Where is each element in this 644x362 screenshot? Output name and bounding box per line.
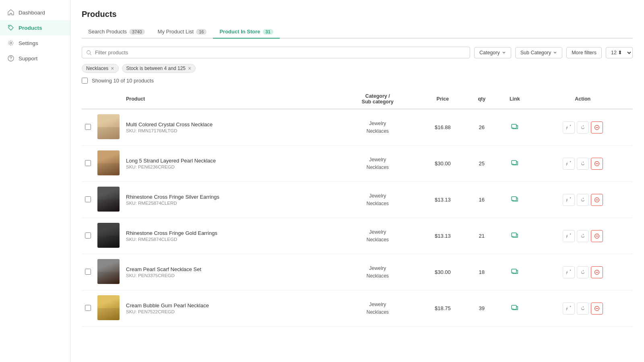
- action-reply-btn-3[interactable]: [563, 194, 575, 206]
- qty-value-3: 16: [479, 197, 485, 203]
- row-checkbox-1[interactable]: [85, 124, 91, 130]
- action-refresh-btn-2[interactable]: [577, 158, 589, 170]
- action-remove-btn-6[interactable]: [591, 302, 603, 315]
- select-all-checkbox[interactable]: [82, 78, 88, 84]
- col-qty: qty: [467, 89, 497, 109]
- filter-tag-close-necklaces[interactable]: ×: [111, 66, 114, 71]
- col-price: Price: [419, 89, 466, 109]
- action-refresh-btn-5[interactable]: [577, 266, 589, 278]
- link-icon-6[interactable]: [511, 306, 519, 313]
- action-remove-btn-1[interactable]: [591, 121, 603, 134]
- action-reply-btn-2[interactable]: [563, 158, 575, 170]
- action-buttons-1: [536, 121, 630, 134]
- action-buttons-6: [536, 302, 630, 315]
- link-icon-3[interactable]: [511, 197, 519, 204]
- row-image-cell: [94, 109, 123, 146]
- table-row: Rhinestone Cross Fringe Gold Earrings SK…: [82, 218, 633, 254]
- row-checkbox-6[interactable]: [85, 305, 91, 311]
- sidebar-item-support[interactable]: Support: [0, 51, 70, 66]
- action-reply-btn-4[interactable]: [563, 230, 575, 242]
- filters-row: Category Sub Category More filters 12 ⬍ …: [82, 47, 633, 58]
- action-reply-btn-1[interactable]: [563, 121, 575, 134]
- col-action: Action: [533, 89, 633, 109]
- tab-my-product-list-badge: 16: [196, 29, 206, 35]
- tab-my-product-list[interactable]: My Product List 16: [151, 25, 213, 39]
- category-name-5: Jewelry: [340, 265, 415, 272]
- row-price-cell: $30.00: [419, 146, 466, 182]
- action-remove-btn-3[interactable]: [591, 194, 603, 206]
- svg-rect-7: [512, 160, 516, 165]
- per-page-select[interactable]: 12 ⬍ 24 48: [606, 47, 633, 58]
- svg-rect-13: [512, 269, 516, 273]
- qty-value-4: 21: [479, 233, 485, 239]
- action-remove-btn-4[interactable]: [591, 230, 603, 242]
- price-value-5: $30.00: [435, 269, 451, 275]
- sidebar-item-settings[interactable]: Settings: [0, 35, 70, 51]
- category-name-3: Jewelry: [340, 192, 415, 200]
- row-action-cell: [533, 254, 633, 290]
- qty-value-6: 39: [479, 305, 485, 311]
- product-sku-4: SKU: RME25874CLEGD: [126, 237, 177, 242]
- row-action-cell: [533, 109, 633, 146]
- action-refresh-btn-6[interactable]: [577, 302, 589, 315]
- link-icon-5[interactable]: [511, 270, 519, 277]
- table-row: Cream Pearl Scarf Necklace Set SKU: PEN3…: [82, 254, 633, 290]
- col-link: Link: [497, 89, 533, 109]
- price-value-4: $13.13: [435, 233, 451, 239]
- tab-search-products[interactable]: Search Products 3740: [82, 25, 151, 39]
- sub-category-name-6: Necklaces: [340, 309, 415, 316]
- filter-tag-close-stock[interactable]: ×: [188, 66, 191, 71]
- action-reply-btn-5[interactable]: [563, 266, 575, 278]
- action-remove-btn-5[interactable]: [591, 266, 603, 278]
- product-sku-3: SKU: RME25874CLERD: [126, 201, 177, 206]
- row-price-cell: $18.75: [419, 290, 466, 327]
- product-name-2: Long 5 Strand Layered Pearl Necklace: [126, 158, 216, 164]
- link-icon-2[interactable]: [511, 161, 519, 168]
- gear-icon: [7, 39, 14, 47]
- tab-search-products-label: Search Products: [88, 29, 127, 35]
- row-checkbox-cell: [82, 182, 94, 218]
- sidebar-item-dashboard[interactable]: Dashboard: [0, 5, 70, 20]
- link-icon-4[interactable]: [511, 234, 519, 241]
- tab-product-in-store-badge: 31: [263, 29, 273, 35]
- row-product-cell: Multi Colored Crystal Cross Necklace SKU…: [123, 109, 336, 146]
- category-cell-3: Jewelry Necklaces: [340, 192, 415, 207]
- row-link-cell: [497, 254, 533, 290]
- more-filters-button[interactable]: More filters: [566, 47, 602, 58]
- row-link-cell: [497, 218, 533, 254]
- action-buttons-4: [536, 230, 630, 242]
- chevron-down-icon-2: [553, 51, 557, 55]
- action-reply-btn-6[interactable]: [563, 302, 575, 315]
- row-checkbox-3[interactable]: [85, 196, 91, 202]
- action-refresh-btn-1[interactable]: [577, 121, 589, 134]
- row-checkbox-5[interactable]: [85, 269, 91, 275]
- row-qty-cell: 21: [467, 218, 497, 254]
- row-price-cell: $30.00: [419, 254, 466, 290]
- action-remove-btn-2[interactable]: [591, 158, 603, 170]
- product-sku-5: SKU: PEN3375CREGD: [126, 273, 175, 278]
- action-buttons-5: [536, 266, 630, 278]
- filter-tag-stock-range: Stock is between 4 and 125 ×: [122, 64, 196, 73]
- sub-category-filter-button[interactable]: Sub Category: [515, 47, 562, 58]
- search-input[interactable]: [95, 49, 466, 56]
- qty-value-2: 25: [479, 160, 485, 167]
- row-checkbox-2[interactable]: [85, 160, 91, 166]
- svg-rect-15: [512, 305, 516, 309]
- col-image: [94, 89, 123, 109]
- tab-product-in-store[interactable]: Product In Store 31: [213, 25, 279, 39]
- action-refresh-btn-3[interactable]: [577, 194, 589, 206]
- action-refresh-btn-4[interactable]: [577, 230, 589, 242]
- link-icon-1[interactable]: [511, 125, 519, 132]
- table-header-row: Product Category /Sub category Price qty…: [82, 89, 633, 109]
- sidebar-item-products[interactable]: Products: [0, 20, 70, 35]
- category-filter-button[interactable]: Category: [474, 47, 511, 58]
- row-category-cell: Jewelry Necklaces: [336, 218, 419, 254]
- row-qty-cell: 26: [467, 109, 497, 146]
- row-checkbox-cell: [82, 109, 94, 146]
- row-checkbox-4[interactable]: [85, 232, 91, 239]
- row-checkbox-cell: [82, 290, 94, 327]
- product-info-4: Rhinestone Cross Fringe Gold Earrings SK…: [126, 230, 333, 242]
- page-title: Products: [82, 10, 633, 19]
- row-image-cell: [94, 254, 123, 290]
- product-sku-2: SKU: PEN6236CREGD: [126, 165, 175, 169]
